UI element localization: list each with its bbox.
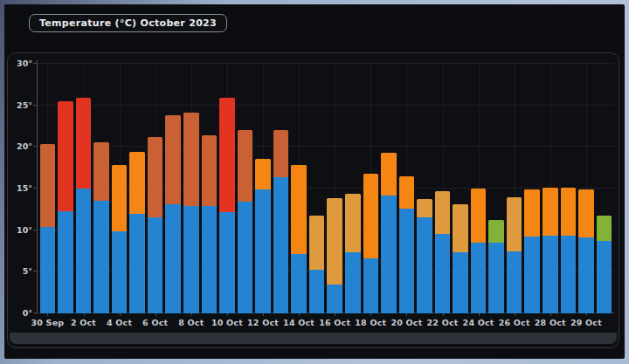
y-axis-label: 5° — [6, 267, 32, 276]
temp-bar[interactable] — [202, 64, 218, 313]
temp-bar[interactable] — [309, 64, 325, 313]
temp-bar[interactable] — [165, 64, 181, 313]
temp-bar[interactable] — [273, 64, 289, 313]
max-temp-segment — [309, 216, 325, 270]
min-temp-segment — [471, 243, 487, 313]
max-temp-segment — [381, 153, 397, 196]
x-axis-tick — [156, 313, 156, 316]
min-temp-segment — [327, 285, 342, 313]
max-temp-segment — [273, 130, 289, 176]
min-temp-segment — [488, 243, 504, 313]
temp-bar[interactable] — [76, 64, 92, 313]
min-temp-segment — [453, 252, 468, 313]
min-temp-segment — [148, 217, 163, 313]
min-temp-segment — [543, 236, 558, 313]
page-background: Temperature (°C) October 2023 0°5°10°15°… — [4, 4, 625, 359]
x-axis-tick — [299, 313, 300, 316]
temp-bar[interactable] — [148, 64, 163, 313]
x-axis-tick — [515, 313, 515, 316]
temp-bar[interactable] — [112, 64, 128, 313]
min-temp-segment — [524, 237, 540, 313]
y-axis-label: 0° — [6, 309, 32, 318]
temp-bar[interactable] — [435, 64, 451, 313]
temp-bar[interactable] — [399, 64, 415, 313]
temp-bar[interactable] — [524, 64, 540, 313]
x-axis-label: 16 Oct — [319, 318, 350, 327]
max-temp-segment — [453, 204, 468, 252]
plot-area: 0°5°10°15°20°25°30°30 Sep2 Oct4 Oct6 Oct… — [38, 64, 615, 313]
x-axis-tick — [335, 313, 335, 316]
x-axis-tick — [443, 313, 444, 316]
y-axis-line — [37, 60, 38, 314]
x-axis-tick — [479, 313, 480, 316]
temp-bar[interactable] — [58, 64, 73, 313]
max-temp-segment — [417, 199, 432, 217]
temp-bar[interactable] — [291, 64, 307, 313]
temp-bar[interactable] — [345, 64, 361, 313]
x-axis-label: 8 Oct — [178, 318, 204, 327]
max-temp-segment — [578, 189, 594, 237]
max-temp-segment — [183, 113, 199, 206]
x-axis-tick — [227, 313, 228, 316]
min-temp-segment — [183, 206, 199, 313]
max-temp-segment — [238, 130, 253, 202]
min-temp-segment — [399, 209, 415, 313]
chart-card: 0°5°10°15°20°25°30°30 Sep2 Oct4 Oct6 Oct… — [7, 52, 619, 348]
max-temp-segment — [148, 137, 163, 217]
chart-title: Temperature (°C) October 2023 — [39, 17, 217, 29]
max-temp-segment — [543, 188, 558, 236]
temp-bar[interactable] — [543, 64, 558, 313]
max-temp-segment — [129, 152, 145, 214]
max-temp-segment — [58, 101, 73, 211]
temp-bar[interactable] — [238, 64, 253, 313]
max-temp-segment — [202, 135, 218, 206]
temp-bar[interactable] — [129, 64, 145, 313]
y-axis-label: 10° — [6, 226, 32, 235]
scrollbar-track[interactable] — [10, 333, 617, 344]
min-temp-segment — [219, 212, 235, 313]
temp-bar[interactable] — [327, 64, 342, 313]
temp-bar[interactable] — [40, 64, 56, 313]
temp-bar[interactable] — [363, 64, 379, 313]
x-axis-tick — [47, 313, 48, 316]
temp-bar[interactable] — [183, 64, 199, 313]
max-temp-segment — [327, 198, 342, 284]
max-temp-segment — [363, 174, 379, 258]
min-temp-segment — [309, 270, 325, 313]
max-temp-segment — [507, 197, 522, 252]
max-temp-segment — [524, 189, 540, 237]
x-axis-tick — [370, 313, 371, 316]
temp-bar[interactable] — [417, 64, 432, 313]
x-axis-label: 26 Oct — [499, 318, 530, 327]
x-axis-label: 20 Oct — [391, 318, 422, 327]
min-temp-segment — [578, 237, 594, 313]
temp-bar[interactable] — [597, 64, 612, 313]
max-temp-segment — [76, 98, 92, 189]
min-temp-segment — [202, 206, 218, 313]
x-axis-tick — [406, 313, 407, 316]
max-temp-segment — [435, 191, 451, 235]
temp-bar[interactable] — [507, 64, 522, 313]
temp-bar[interactable] — [453, 64, 468, 313]
temp-bar[interactable] — [578, 64, 594, 313]
chart-title-badge: Temperature (°C) October 2023 — [29, 14, 227, 32]
temp-bar[interactable] — [471, 64, 487, 313]
max-temp-segment — [597, 216, 612, 241]
max-temp-segment — [399, 176, 415, 209]
x-axis-label: 24 Oct — [463, 318, 494, 327]
min-temp-segment — [363, 258, 379, 313]
temp-bar[interactable] — [255, 64, 271, 313]
temp-bar[interactable] — [561, 64, 577, 313]
max-temp-segment — [561, 188, 577, 236]
min-temp-segment — [58, 211, 73, 313]
temp-bar[interactable] — [488, 64, 504, 313]
temp-bar[interactable] — [381, 64, 397, 313]
x-axis-label: 14 Oct — [283, 318, 314, 327]
min-temp-segment — [273, 177, 289, 313]
min-temp-segment — [381, 196, 397, 313]
x-axis-tick — [550, 313, 551, 316]
min-temp-segment — [561, 236, 577, 313]
temp-bar[interactable] — [219, 64, 235, 313]
temp-bar[interactable] — [93, 64, 109, 313]
min-temp-segment — [291, 254, 307, 313]
